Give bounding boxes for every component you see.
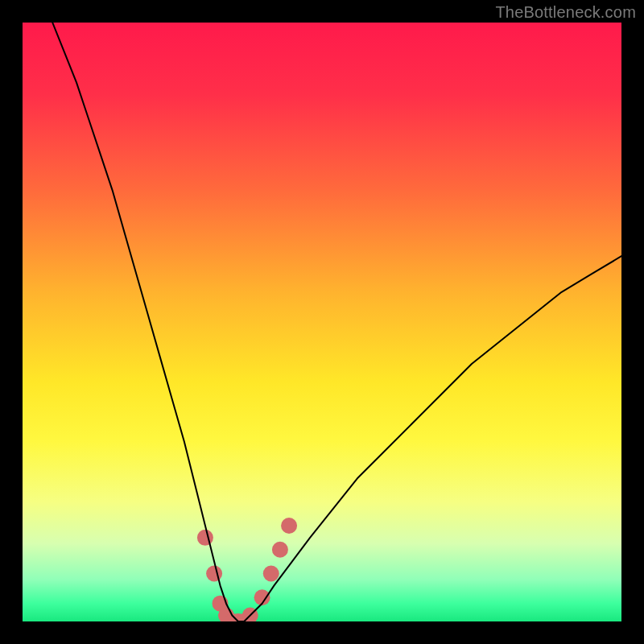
outer-frame: TheBottleneck.com (0, 0, 644, 644)
gradient-background (23, 23, 621, 621)
marker-dot (197, 530, 213, 546)
marker-dot (272, 542, 288, 558)
marker-dot (281, 518, 297, 534)
chart-area (23, 23, 621, 621)
marker-dot (206, 565, 222, 581)
marker-dot (263, 565, 279, 581)
watermark-text: TheBottleneck.com (495, 3, 636, 22)
chart-svg (23, 23, 621, 621)
